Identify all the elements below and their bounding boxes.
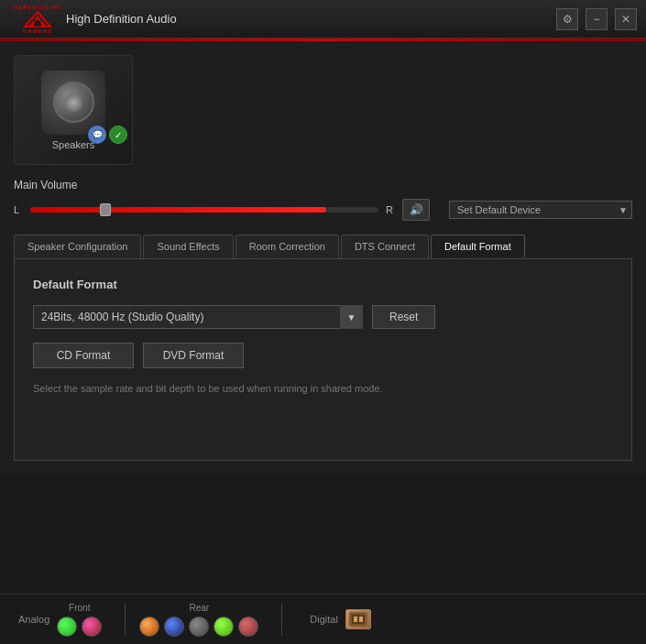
close-button[interactable]: ✕ [615, 8, 637, 30]
hint-text: Select the sample rate and bit depth to … [33, 382, 613, 396]
front-label: Front [69, 603, 90, 613]
rear-group: Rear [139, 603, 258, 637]
tab-sound-effects[interactable]: Sound Effects [143, 235, 233, 258]
separator-1 [125, 604, 126, 636]
volume-slider-fill [30, 207, 326, 213]
svg-rect-7 [359, 617, 363, 622]
tab-speaker-configuration[interactable]: Speaker Configuration [14, 235, 141, 258]
panel-section-title: Default Format [33, 278, 613, 291]
tab-room-correction[interactable]: Room Correction [235, 235, 339, 258]
speaker-cone-inner [64, 93, 82, 112]
format-select-wrapper: 24Bits, 48000 Hz (Studio Quality) ▼ [33, 305, 363, 329]
front-circles [57, 617, 102, 637]
speaker-visual [41, 71, 105, 135]
front-circle-pink[interactable] [82, 617, 102, 637]
front-group: Front [57, 603, 102, 637]
check-badge: ✓ [109, 126, 127, 144]
default-format-panel: Default Format 24Bits, 48000 Hz (Studio … [14, 259, 632, 461]
mute-button[interactable]: 🔊 [402, 199, 430, 221]
format-select[interactable]: 24Bits, 48000 Hz (Studio Quality) [33, 305, 363, 329]
speaker-badges: 💬 ✓ [88, 126, 127, 144]
tab-default-format[interactable]: Default Format [431, 235, 525, 258]
cd-format-button[interactable]: CD Format [33, 343, 134, 368]
reset-button[interactable]: Reset [372, 305, 435, 329]
rear-circle-dark-pink[interactable] [238, 617, 258, 637]
svg-rect-6 [354, 617, 357, 622]
rear-circle-orange[interactable] [139, 617, 159, 637]
volume-slider[interactable] [30, 207, 378, 213]
settings-button[interactable]: ⚙ [556, 8, 578, 30]
rog-logo: REPUBLIC OF GAMERS [9, 5, 66, 34]
main-content: 💬 ✓ Speakers Main Volume L R 🔊 Set D [0, 41, 646, 475]
dvd-format-button[interactable]: DVD Format [143, 343, 244, 368]
volume-r-label: R [386, 204, 395, 215]
speaker-cone [53, 82, 94, 123]
tab-dts-connect[interactable]: DTS Connect [341, 235, 429, 258]
rear-circles [139, 617, 258, 637]
volume-row: L R 🔊 [14, 199, 431, 221]
speaker-icon-wrapper: 💬 ✓ Speakers [14, 55, 133, 165]
titlebar-controls: ⚙ − ✕ [556, 8, 637, 30]
default-device-select[interactable]: Set Default Device [449, 201, 632, 219]
rog-emblem [23, 10, 52, 28]
chat-badge: 💬 [88, 126, 106, 144]
digital-label: Digital [310, 614, 338, 625]
default-device-wrapper: Set Default Device ▼ [449, 201, 632, 219]
rear-circle-lime[interactable] [214, 617, 234, 637]
rear-circle-blue[interactable] [164, 617, 184, 637]
volume-slider-thumb[interactable] [100, 203, 111, 216]
titlebar: REPUBLIC OF GAMERS High Definition Audio… [0, 0, 646, 38]
analog-label: Analog [18, 614, 49, 625]
speaker-section: 💬 ✓ Speakers [14, 55, 632, 165]
volume-l-label: L [14, 204, 23, 215]
separator-2 [281, 604, 282, 636]
volume-section: Main Volume L R 🔊 Set Default Device ▼ [14, 179, 632, 221]
minimize-button[interactable]: − [586, 8, 608, 30]
front-circle-green[interactable] [57, 617, 77, 637]
format-row: 24Bits, 48000 Hz (Studio Quality) ▼ Rese… [33, 305, 613, 329]
volume-label: Main Volume [14, 179, 632, 191]
digital-icon [345, 609, 371, 629]
format-buttons: CD Format DVD Format [33, 343, 613, 368]
rear-label: Rear [189, 603, 209, 613]
titlebar-title: High Definition Audio [66, 12, 556, 26]
bottom-bar: Analog Front Rear Digital [0, 594, 646, 644]
rear-circle-gray[interactable] [189, 617, 209, 637]
rog-gamers-text: GAMERS [23, 28, 52, 34]
tabs-container: Speaker Configuration Sound Effects Room… [14, 235, 632, 259]
